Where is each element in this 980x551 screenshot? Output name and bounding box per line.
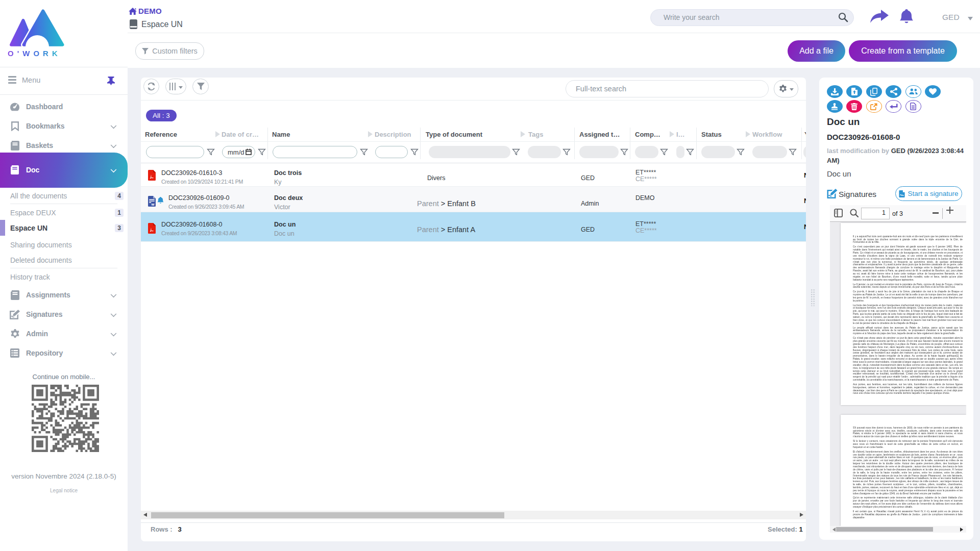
svg-text:w: w xyxy=(151,202,155,207)
